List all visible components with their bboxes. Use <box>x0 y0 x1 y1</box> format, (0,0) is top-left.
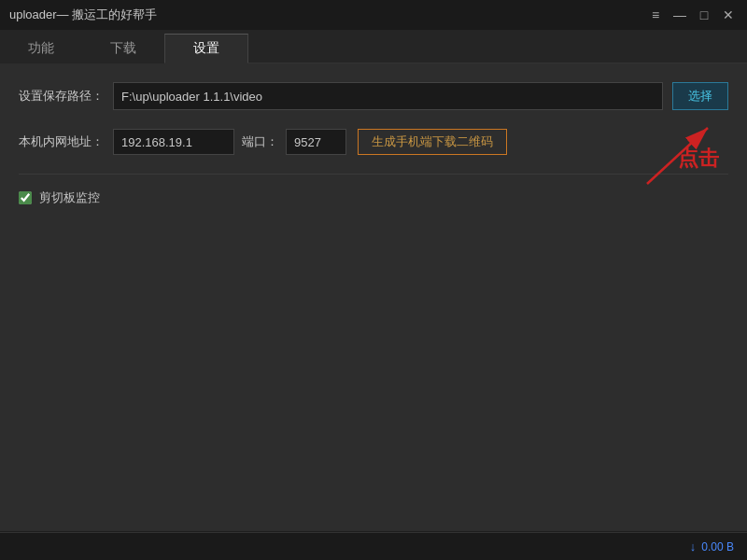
clipboard-label[interactable]: 剪切板监控 <box>39 189 100 206</box>
tab-download[interactable]: 下载 <box>82 34 164 63</box>
path-row: 设置保存路径： 选择 <box>19 82 728 110</box>
window-controls: ≡ — □ ✕ <box>646 6 738 24</box>
path-label: 设置保存路径： <box>19 88 104 105</box>
select-button[interactable]: 选择 <box>672 82 728 110</box>
tab-func[interactable]: 功能 <box>0 34 82 63</box>
annotation-text: 点击 <box>678 145 719 173</box>
qr-button[interactable]: 生成手机端下载二维码 <box>358 129 507 155</box>
tab-settings[interactable]: 设置 <box>164 34 248 63</box>
title-bar: uploader— 搬运工的好帮手 ≡ — □ ✕ <box>0 0 747 30</box>
menu-button[interactable]: ≡ <box>646 6 665 24</box>
clipboard-checkbox[interactable] <box>19 191 32 204</box>
tab-download-label: 下载 <box>110 40 136 57</box>
close-button[interactable]: ✕ <box>719 6 738 24</box>
app-title: uploader— 搬运工的好帮手 <box>9 7 157 23</box>
restore-button[interactable]: □ <box>695 6 713 24</box>
tab-bar: 功能 下载 设置 <box>0 30 747 63</box>
download-speed-display: ↓ 0.00 B <box>690 539 734 553</box>
minimize-button[interactable]: — <box>670 6 689 24</box>
clipboard-row: 剪切板监控 <box>19 174 728 206</box>
network-label: 本机内网地址： <box>19 133 104 150</box>
status-bar: ↓ 0.00 B <box>0 532 747 560</box>
main-content: 设置保存路径： 选择 本机内网地址： 端口： 生成手机端下载二维码 剪切板监控 <box>0 63 747 531</box>
path-input[interactable] <box>113 82 663 110</box>
port-label: 端口： <box>242 133 278 150</box>
download-speed: 0.00 B <box>701 540 734 553</box>
tab-settings-label: 设置 <box>193 40 219 57</box>
network-row: 本机内网地址： 端口： 生成手机端下载二维码 <box>19 129 728 155</box>
port-input[interactable] <box>286 129 346 155</box>
tab-func-label: 功能 <box>28 40 54 57</box>
download-icon: ↓ <box>690 539 697 553</box>
ip-input[interactable] <box>113 129 234 155</box>
